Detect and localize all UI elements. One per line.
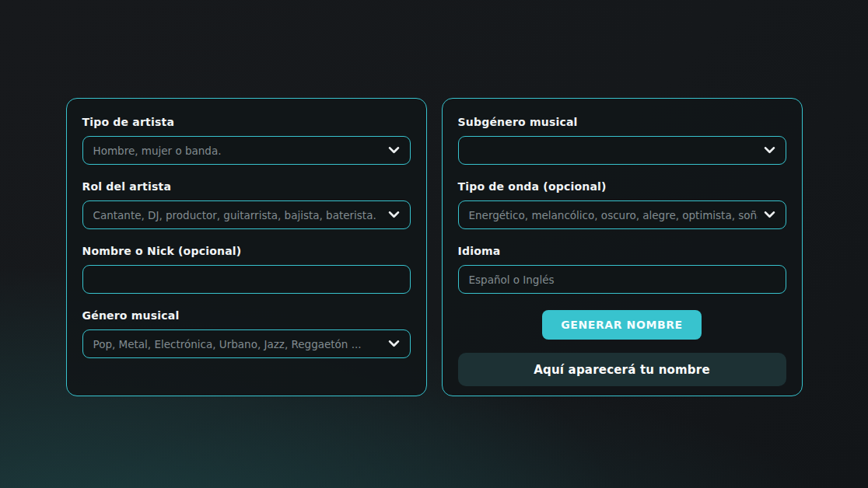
select-placeholder: Cantante, DJ, productor, guitarrista, ba…: [93, 209, 382, 221]
tipo-de-onda-select[interactable]: Energético, melancólico, oscuro, alegre,…: [458, 200, 786, 229]
tipo-de-artista-select[interactable]: Hombre, mujer o banda.: [82, 136, 411, 165]
select-placeholder: Hombre, mujer o banda.: [93, 145, 382, 157]
subgenero-musical-label: Subgénero musical: [458, 116, 786, 128]
left-form-card: Tipo de artista Hombre, mujer o banda. R…: [66, 98, 427, 396]
idioma-label: Idioma: [458, 245, 786, 257]
nombre-nick-label: Nombre o Nick (opcional): [82, 245, 411, 257]
rol-del-artista-label: Rol del artista: [82, 180, 411, 193]
chevron-down-icon: [764, 211, 775, 218]
field-genero-musical: Género musical Pop, Metal, Electrónica, …: [82, 309, 411, 358]
field-tipo-de-artista: Tipo de artista Hombre, mujer o banda.: [82, 116, 411, 165]
rol-del-artista-select[interactable]: Cantante, DJ, productor, guitarrista, ba…: [82, 200, 411, 229]
tipo-de-artista-label: Tipo de artista: [82, 116, 411, 128]
chevron-down-icon: [388, 340, 400, 347]
subgenero-musical-select[interactable]: [458, 136, 786, 165]
chevron-down-icon: [388, 147, 400, 154]
nombre-nick-input[interactable]: [82, 265, 411, 294]
right-form-card: Subgénero musical Tipo de onda (opcional…: [442, 98, 803, 396]
chevron-down-icon: [764, 147, 775, 154]
field-idioma: Idioma: [458, 245, 786, 294]
field-subgenero-musical: Subgénero musical: [458, 116, 786, 165]
result-name-display: Aquí aparecerá tu nombre: [458, 353, 786, 386]
idioma-input[interactable]: [458, 265, 786, 294]
genero-musical-label: Género musical: [82, 309, 411, 322]
chevron-down-icon: [388, 211, 400, 218]
tipo-de-onda-label: Tipo de onda (opcional): [458, 180, 786, 193]
genero-musical-select[interactable]: Pop, Metal, Electrónica, Urbano, Jazz, R…: [82, 329, 411, 358]
artist-name-generator-page: Tipo de artista Hombre, mujer o banda. R…: [0, 0, 868, 488]
generate-name-button[interactable]: GENERAR NOMBRE: [542, 310, 702, 340]
select-placeholder: Energético, melancólico, oscuro, alegre,…: [469, 209, 758, 221]
field-nombre-nick: Nombre o Nick (opcional): [82, 245, 411, 294]
field-tipo-de-onda: Tipo de onda (opcional) Energético, mela…: [458, 180, 786, 229]
select-placeholder: Pop, Metal, Electrónica, Urbano, Jazz, R…: [93, 338, 382, 350]
field-rol-del-artista: Rol del artista Cantante, DJ, productor,…: [82, 180, 411, 229]
